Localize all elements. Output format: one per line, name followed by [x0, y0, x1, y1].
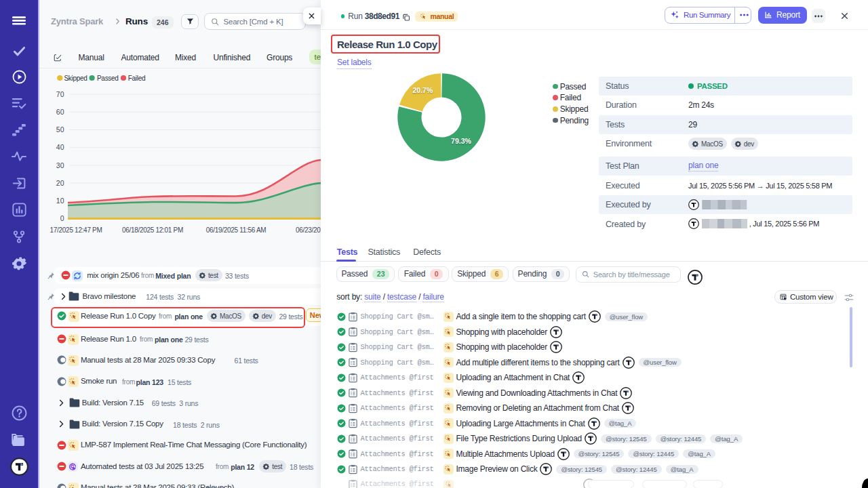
svg-text:40: 40: [56, 143, 64, 151]
svg-text:20.7%: 20.7%: [412, 86, 433, 94]
svg-text:0: 0: [60, 214, 64, 222]
svg-text:Skipped: Skipped: [64, 75, 87, 82]
svg-text:70: 70: [56, 90, 64, 98]
svg-text:10: 10: [56, 197, 64, 205]
svg-text:Passed: Passed: [97, 75, 119, 82]
svg-text:06/19/2025 11:56 AM: 06/19/2025 11:56 AM: [206, 226, 267, 234]
svg-text:06/23/202: 06/23/202: [296, 226, 321, 234]
svg-text:50: 50: [56, 125, 64, 134]
svg-text:60: 60: [56, 108, 64, 116]
svg-text:06/18/2025 12:01 PM: 06/18/2025 12:01 PM: [122, 226, 183, 234]
svg-text:30: 30: [56, 161, 64, 169]
svg-text:79.3%: 79.3%: [451, 137, 471, 145]
svg-text:Failed: Failed: [128, 75, 145, 82]
svg-text:20: 20: [56, 179, 64, 187]
svg-text:17/2025 12:47 PM: 17/2025 12:47 PM: [50, 226, 102, 234]
